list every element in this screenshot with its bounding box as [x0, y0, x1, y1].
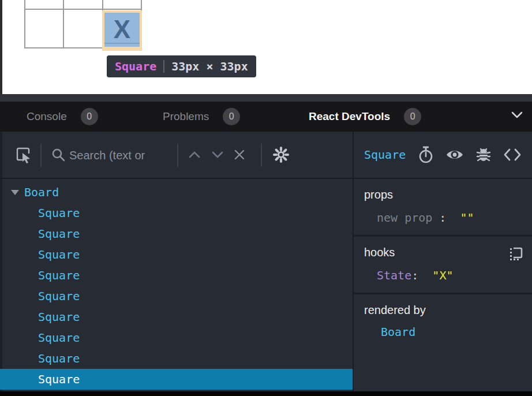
inspect-tooltip: Square 33px × 33px — [107, 55, 256, 77]
inspect-element-icon[interactable] — [15, 146, 32, 163]
debug-bug-icon[interactable] — [475, 147, 492, 163]
toolbar-divider — [40, 144, 42, 167]
inspect-dom-eye-icon[interactable] — [445, 148, 464, 161]
search-icon — [51, 147, 66, 162]
devtools-tab-bar: Console 0 Problems 0 React DevTools 0 — [0, 102, 532, 132]
next-match-chevron-down-icon[interactable] — [211, 151, 224, 159]
hook-value[interactable]: "X" — [432, 268, 453, 282]
toolbar-divider — [177, 144, 178, 167]
prop-name[interactable]: new prop — [377, 211, 432, 225]
tab-console[interactable]: Console 0 — [27, 102, 98, 132]
hooks-title: hooks — [364, 246, 522, 259]
tab-label: Problems — [163, 110, 209, 123]
tree-item-board[interactable]: Board — [0, 182, 353, 203]
rendered-by-owner-link[interactable]: Board — [364, 325, 522, 339]
component-tree: Board SquareSquareSquareSquareSquareSqua… — [0, 179, 354, 391]
suspend-timer-icon[interactable] — [418, 146, 434, 163]
tab-label: React DevTools — [309, 110, 390, 123]
tab-label: Console — [27, 110, 67, 123]
settings-gear-icon[interactable] — [272, 146, 290, 163]
react-devtools-toolbar: Square — [0, 132, 532, 179]
hook-colon: : — [411, 268, 432, 282]
grid-line — [63, 0, 64, 48]
prop-row: new prop : "" — [364, 211, 522, 225]
grid-line — [24, 9, 142, 10]
tooltip-component-name: Square — [115, 59, 156, 73]
tree-item-square[interactable]: Square — [0, 223, 353, 244]
tree-item-label: Board — [24, 185, 59, 199]
inspect-highlight-overlay: X — [102, 10, 142, 51]
selected-component-title: Square — [364, 148, 406, 162]
react-devtools-count-badge: 0 — [404, 108, 421, 125]
react-devtools-content: Board SquareSquareSquareSquareSquareSqua… — [0, 179, 532, 391]
tree-item-square[interactable]: Square — [0, 327, 353, 348]
board-cell-value: X — [114, 17, 130, 42]
prop-value[interactable]: "" — [460, 211, 474, 225]
parse-hook-names-icon[interactable] — [509, 246, 524, 261]
hook-row: State: "X" — [364, 268, 522, 282]
tree-item-square[interactable]: Square — [0, 203, 353, 223]
tab-react-devtools[interactable]: React DevTools 0 — [309, 102, 421, 132]
tree-item-square[interactable]: Square — [0, 348, 353, 369]
cell-border-line — [104, 43, 140, 44]
page-devtools-separator — [0, 94, 532, 102]
problems-count-badge: 0 — [223, 108, 240, 125]
toolbar-divider — [261, 144, 262, 167]
tree-toolbar — [0, 132, 354, 178]
view-source-code-icon[interactable] — [503, 148, 522, 161]
expand-triangle-icon[interactable] — [11, 190, 19, 195]
details-toolbar: Square — [354, 132, 532, 178]
tab-problems[interactable]: Problems 0 — [163, 102, 240, 132]
props-title: props — [364, 188, 522, 201]
tooltip-dimensions: 33px × 33px — [171, 59, 248, 73]
collapse-panel-chevron-down-icon[interactable] — [510, 110, 524, 119]
rendered-by-title: rendered by — [364, 304, 522, 317]
prop-colon: : — [432, 211, 460, 225]
tree-item-square[interactable]: Square — [0, 369, 353, 390]
grid-line — [24, 0, 25, 48]
tooltip-divider — [163, 60, 164, 73]
tree-item-square[interactable]: Square — [0, 286, 353, 307]
hook-name: State — [377, 268, 411, 282]
board-cell[interactable]: X — [104, 13, 140, 47]
props-section: props new prop : "" — [354, 179, 532, 237]
component-details: props new prop : "" hooks — [354, 179, 532, 391]
devtools-window: X Square 33px × 33px Console 0 Problems … — [0, 0, 532, 396]
tree-item-square[interactable]: Square — [0, 265, 353, 286]
tree-item-square[interactable]: Square — [0, 244, 353, 265]
tree-item-square[interactable]: Square — [0, 307, 353, 327]
bottom-edge-bar — [0, 391, 532, 396]
console-count-badge: 0 — [81, 108, 98, 125]
search-input[interactable] — [69, 143, 172, 167]
hooks-section: hooks State: "X" — [354, 237, 532, 294]
prev-match-chevron-up-icon[interactable] — [188, 151, 201, 159]
browser-page: X Square 33px × 33px — [0, 0, 532, 94]
clear-search-x-icon[interactable] — [234, 149, 245, 160]
rendered-by-section: rendered by Board — [354, 294, 532, 391]
